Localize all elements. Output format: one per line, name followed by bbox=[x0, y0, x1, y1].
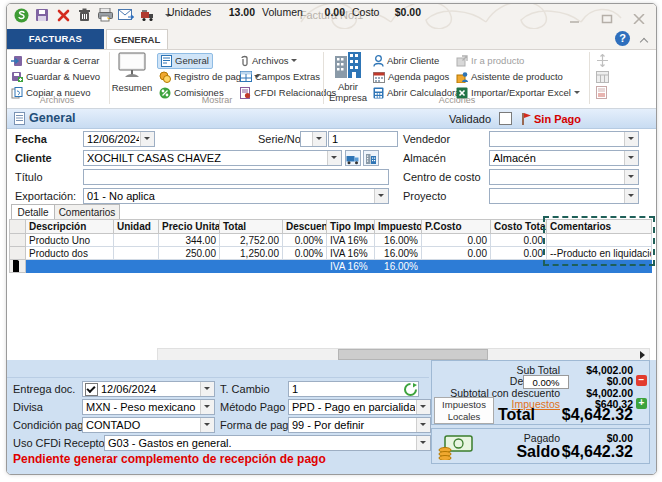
cell[interactable] bbox=[283, 260, 327, 273]
volumen-value: 0.00 bbox=[307, 6, 345, 18]
cell[interactable]: 0.00 bbox=[491, 247, 547, 260]
help-icon[interactable]: ? bbox=[615, 31, 630, 46]
serie-field[interactable] bbox=[300, 131, 327, 147]
col-comentarios[interactable]: Comentarios bbox=[547, 220, 652, 234]
cell[interactable]: --Producto en liquidación, bbox=[547, 247, 652, 260]
client-person-icon bbox=[373, 55, 384, 67]
add-tax-icon[interactable]: + bbox=[636, 398, 647, 409]
report-doc-icon[interactable] bbox=[596, 85, 607, 103]
tcambio-label: T. Cambio bbox=[220, 383, 270, 395]
cell[interactable]: 0.00% bbox=[283, 247, 327, 260]
scroll-right-icon[interactable] bbox=[636, 349, 649, 360]
cell[interactable]: 16.00% bbox=[375, 260, 422, 273]
minimize-button[interactable] bbox=[569, 10, 582, 21]
tcambio-field[interactable] bbox=[288, 381, 419, 397]
col-tipo-impuesto[interactable]: Tipo Impuesto bbox=[327, 220, 375, 234]
cell[interactable] bbox=[114, 247, 159, 260]
save-close-icon bbox=[11, 55, 23, 67]
metodo-pago-label: Método Pago bbox=[220, 401, 285, 413]
cell[interactable] bbox=[220, 260, 283, 273]
col-impuesto[interactable]: Impuesto bbox=[375, 220, 422, 234]
close-button[interactable] bbox=[633, 10, 646, 21]
cliente-field[interactable]: XOCHILT CASAS CHAVEZ bbox=[83, 150, 342, 166]
almacen-field[interactable]: Almacén bbox=[489, 150, 639, 166]
refresh-rate-icon[interactable] bbox=[404, 382, 417, 400]
scrollbar-thumb[interactable] bbox=[338, 349, 488, 360]
guardar-cerrar-button[interactable]: Guardar & Cerrar bbox=[11, 53, 99, 68]
condicion-pago-field[interactable]: CONTADO bbox=[82, 417, 215, 433]
cell[interactable]: 344.00 bbox=[159, 234, 220, 247]
collapse-ribbon-icon[interactable] bbox=[640, 37, 648, 45]
guardar-nuevo-button[interactable]: Guardar & Nuevo bbox=[11, 69, 100, 84]
cell[interactable] bbox=[422, 260, 491, 273]
row-selector[interactable] bbox=[10, 260, 26, 273]
tab-facturas-cliente[interactable]: FACTURAS CLIENTE bbox=[7, 29, 104, 49]
maximize-button[interactable] bbox=[601, 10, 614, 21]
col-costo-total[interactable]: Costo Total bbox=[491, 220, 547, 234]
cell[interactable] bbox=[114, 260, 159, 273]
cell[interactable]: 16.00% bbox=[375, 234, 422, 247]
asistente-producto-button[interactable]: Asistente de producto bbox=[456, 69, 563, 84]
col-unidad[interactable]: Unidad bbox=[114, 220, 159, 234]
cell[interactable]: IVA 16% bbox=[327, 260, 375, 273]
cell[interactable] bbox=[114, 234, 159, 247]
cell[interactable] bbox=[491, 260, 547, 273]
volumen-label: Volumen bbox=[262, 6, 303, 18]
cell[interactable] bbox=[547, 260, 652, 273]
col-pcosto[interactable]: P.Costo bbox=[422, 220, 491, 234]
proyecto-field[interactable] bbox=[489, 188, 639, 204]
group-separator bbox=[589, 52, 590, 104]
cell[interactable]: Producto Uno bbox=[26, 234, 114, 247]
row-selector[interactable] bbox=[10, 234, 26, 247]
delivery-truck-button[interactable] bbox=[345, 150, 361, 166]
company-lookup-button[interactable] bbox=[363, 150, 379, 166]
campos-extras-button[interactable]: Campos Extras bbox=[240, 69, 320, 84]
cell[interactable]: Producto dos bbox=[26, 247, 114, 260]
col-descripcion[interactable]: Descripción bbox=[26, 220, 114, 234]
cell[interactable]: 2,752.00 bbox=[220, 234, 283, 247]
ir-a-producto-button[interactable]: Ir a producto bbox=[456, 53, 524, 68]
cell[interactable] bbox=[159, 260, 220, 273]
numero-field[interactable] bbox=[328, 131, 398, 147]
abrir-cliente-button[interactable]: Abrir Cliente bbox=[373, 53, 439, 68]
cell[interactable]: 0.00 bbox=[422, 247, 491, 260]
impuestos-locales-button[interactable]: ImpuestosLocales bbox=[434, 397, 494, 424]
cell[interactable]: 16.00% bbox=[375, 247, 422, 260]
col-total[interactable]: Total bbox=[220, 220, 283, 234]
row-selector[interactable] bbox=[10, 247, 26, 260]
fecha-field[interactable]: 12/06/2024 bbox=[83, 131, 155, 147]
save-new-icon bbox=[11, 71, 23, 83]
chevron-down-icon bbox=[200, 382, 214, 396]
forma-pago-field[interactable]: 99 - Por definir bbox=[288, 417, 431, 433]
col-precio-unitario[interactable]: Precio Unitario bbox=[159, 220, 220, 234]
company-building-icon bbox=[333, 52, 363, 78]
exportacion-field[interactable]: 01 - No aplica bbox=[83, 188, 389, 204]
divisa-field[interactable]: MXN - Peso mexicano bbox=[82, 399, 215, 415]
titulo-field[interactable] bbox=[83, 169, 389, 185]
cell[interactable]: 1,250.00 bbox=[220, 247, 283, 260]
cell[interactable]: IVA 16% bbox=[327, 234, 375, 247]
titulo-label: Título bbox=[15, 171, 43, 183]
cell[interactable]: 0.00 bbox=[422, 234, 491, 247]
cell[interactable] bbox=[547, 234, 652, 247]
cell[interactable]: IVA 16% bbox=[327, 247, 375, 260]
centro-costo-field[interactable] bbox=[489, 169, 639, 185]
cell[interactable]: 250.00 bbox=[159, 247, 220, 260]
col-descuento[interactable]: Descuento bbox=[283, 220, 327, 234]
remove-discount-icon[interactable]: − bbox=[636, 375, 647, 386]
cell[interactable] bbox=[26, 260, 114, 273]
entrega-fecha-field[interactable]: 12/06/2024 bbox=[82, 381, 215, 397]
cell[interactable]: 0.00% bbox=[283, 234, 327, 247]
tab-general[interactable]: GENERAL bbox=[106, 29, 168, 49]
entrega-doc-checkbox[interactable] bbox=[85, 383, 98, 396]
agenda-pagos-button[interactable]: Agenda pagos bbox=[373, 69, 449, 84]
uso-cfdi-field[interactable]: G03 - Gastos en general. bbox=[104, 435, 431, 451]
metodo-pago-field[interactable]: PPD - Pago en parcialidades o d bbox=[288, 399, 431, 415]
vendedor-field[interactable] bbox=[489, 131, 639, 147]
archivos-adjuntos-button[interactable]: Archivos bbox=[240, 53, 297, 68]
cell[interactable]: 0.00 bbox=[491, 234, 547, 247]
validado-checkbox[interactable] bbox=[499, 112, 512, 125]
chevron-down-icon bbox=[416, 436, 430, 450]
general-view-button[interactable]: General bbox=[157, 53, 213, 68]
current-row-arrow-icon bbox=[13, 260, 23, 273]
